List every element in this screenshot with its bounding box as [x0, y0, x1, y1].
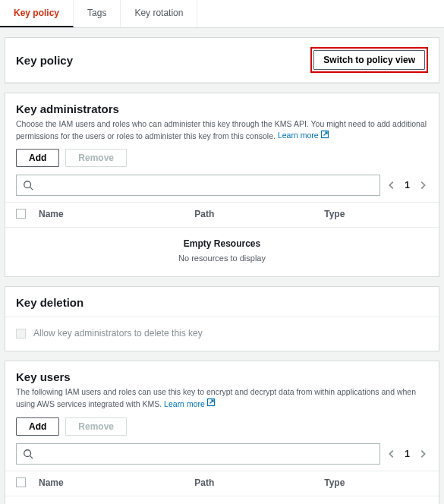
col-name: Name: [39, 209, 194, 221]
key-administrators-title: Key administrators: [16, 102, 428, 115]
key-deletion-section: Key deletion Allow key administrators to…: [5, 286, 439, 351]
remove-user-button[interactable]: Remove: [65, 417, 127, 436]
col-type: Type: [324, 209, 428, 221]
search-icon: [23, 449, 33, 459]
add-administrator-button[interactable]: Add: [16, 149, 59, 167]
user-table-header: Name Path Type: [5, 471, 439, 496]
switch-to-policy-view-button[interactable]: Switch to policy view: [313, 50, 425, 70]
add-user-button[interactable]: Add: [16, 417, 59, 436]
user-empty-state: Empty Resources No resources to display: [5, 496, 439, 504]
user-search-field[interactable]: [38, 449, 373, 459]
empty-subtitle: No resources to display: [5, 254, 439, 263]
key-policy-title: Key policy: [16, 54, 73, 67]
tab-key-rotation[interactable]: Key rotation: [121, 0, 197, 27]
key-users-title: Key users: [16, 370, 428, 383]
search-icon: [23, 180, 33, 191]
svg-point-3: [24, 450, 31, 457]
external-link-icon: [320, 130, 329, 142]
key-administrators-desc: Choose the IAM users and roles who can a…: [16, 118, 428, 141]
key-administrators-section: Key administrators Choose the IAM users …: [5, 93, 439, 277]
col-path: Path: [194, 477, 324, 490]
select-all-checkbox[interactable]: [16, 209, 26, 219]
user-pagination: 1: [386, 449, 428, 459]
empty-title: Empty Resources: [5, 238, 439, 249]
allow-delete-checkbox[interactable]: [16, 329, 26, 339]
col-path: Path: [194, 209, 324, 221]
col-name: Name: [39, 477, 194, 490]
admin-search-input[interactable]: [16, 175, 380, 196]
user-page-number: 1: [405, 449, 410, 459]
allow-delete-label: Allow key administrators to delete this …: [33, 328, 203, 339]
learn-more-link[interactable]: Learn more: [278, 130, 329, 142]
col-type: Type: [324, 477, 428, 490]
admin-page-number: 1: [405, 180, 410, 191]
learn-more-link[interactable]: Learn more: [164, 398, 216, 410]
tab-bar: Key policy Tags Key rotation: [0, 0, 444, 28]
key-users-desc: The following IAM users and roles can us…: [16, 386, 428, 409]
key-users-section: Key users The following IAM users and ro…: [5, 361, 439, 504]
key-deletion-title: Key deletion: [16, 296, 428, 309]
tab-key-policy[interactable]: Key policy: [0, 0, 74, 27]
tab-tags[interactable]: Tags: [74, 0, 121, 27]
remove-administrator-button[interactable]: Remove: [65, 149, 127, 167]
chevron-right-icon[interactable]: [417, 180, 428, 191]
chevron-left-icon[interactable]: [386, 180, 397, 191]
admin-search-field[interactable]: [38, 180, 373, 191]
chevron-right-icon[interactable]: [417, 449, 428, 459]
switch-highlight: Switch to policy view: [310, 47, 428, 73]
select-all-checkbox[interactable]: [16, 477, 26, 487]
chevron-left-icon[interactable]: [386, 449, 397, 459]
admin-pagination: 1: [386, 180, 428, 191]
key-policy-panel: Key policy Switch to policy view: [5, 37, 439, 83]
admin-table-header: Name Path Type: [5, 202, 439, 228]
admin-empty-state: Empty Resources No resources to display: [5, 228, 439, 276]
user-search-input[interactable]: [16, 443, 380, 465]
external-link-icon: [206, 398, 216, 410]
svg-point-1: [24, 181, 31, 188]
